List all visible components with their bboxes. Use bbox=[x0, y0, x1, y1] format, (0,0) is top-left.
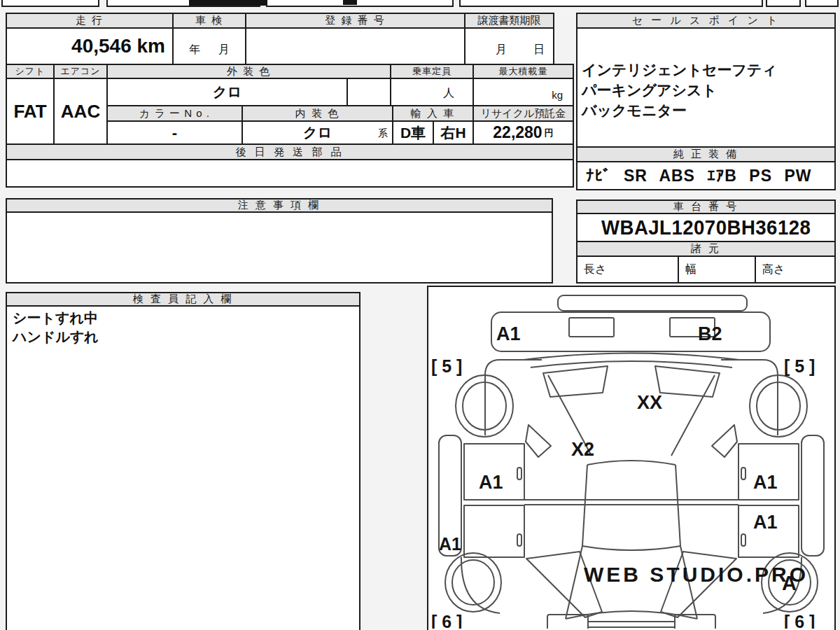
door-rear-left bbox=[464, 505, 524, 557]
mark-rocker-left: A1 bbox=[439, 534, 461, 554]
sales-point-line: バックモニター bbox=[582, 100, 834, 120]
watermark: WEB STUDIO.PRO bbox=[584, 563, 808, 586]
front-fender-left bbox=[485, 360, 542, 435]
cropped-cell bbox=[766, 0, 801, 7]
trunk-right bbox=[675, 615, 715, 629]
mark-cowl: X2 bbox=[571, 439, 594, 460]
interior-color-suffix: 系 bbox=[378, 127, 388, 140]
registration-header: 登 録 番 号 bbox=[245, 13, 465, 29]
front-bumper-strip bbox=[558, 295, 747, 311]
exterior-color-extra bbox=[346, 78, 391, 106]
dimensions-header: 諸 元 bbox=[576, 241, 836, 257]
c-pillar-left bbox=[566, 546, 582, 619]
wiper-panel-left bbox=[543, 366, 608, 397]
cropped-text-fragment bbox=[343, 0, 357, 5]
recycle-unit: 円 bbox=[545, 127, 554, 139]
width-cell: 幅 bbox=[678, 255, 756, 284]
rear-wheel-left bbox=[445, 553, 501, 612]
inspection-header: 車 検 bbox=[172, 13, 246, 29]
roof-front-edge bbox=[587, 461, 676, 465]
sales-point-line: インテリジェントセーフティ bbox=[582, 59, 834, 80]
door-handle bbox=[517, 468, 522, 479]
chassis-header: 車 台 番 号 bbox=[576, 200, 836, 214]
mileage-header: 走 行 bbox=[6, 13, 174, 29]
roof-rear-edge bbox=[582, 546, 680, 550]
windshield-edge-right bbox=[671, 375, 715, 456]
import-type-value: D車 bbox=[392, 120, 434, 145]
cowl-line bbox=[524, 354, 739, 360]
cowl-line bbox=[531, 361, 732, 368]
height-cell: 高さ bbox=[755, 255, 836, 284]
cropped-cell bbox=[459, 0, 763, 7]
mark-tire-front-left: [ 5 ] bbox=[431, 356, 462, 376]
import-header: 輸 入 車 bbox=[392, 105, 474, 122]
recycle-value: 22,280 円 bbox=[472, 120, 574, 145]
equipment-header: 純 正 装 備 bbox=[576, 146, 836, 162]
headlight-left bbox=[569, 318, 614, 337]
door-handle bbox=[517, 534, 522, 546]
inspection-month: 月 bbox=[218, 43, 230, 57]
mark-front-left: A1 bbox=[496, 323, 521, 344]
sales-points-body: インテリジェントセーフティ パーキングアシスト バックモニター bbox=[576, 27, 836, 148]
transfer-month: 月 bbox=[496, 43, 507, 57]
door-handle bbox=[741, 468, 746, 479]
transfer-day: 日 bbox=[533, 43, 545, 57]
inspector-body: シートすれ中 ハンドルすれ bbox=[6, 305, 360, 630]
inspection-value: 年 月 bbox=[172, 27, 246, 65]
cropped-cell bbox=[266, 0, 454, 7]
sales-point-line: パーキングアシスト bbox=[582, 80, 834, 100]
mileage-value: 40,546 km bbox=[6, 27, 174, 65]
rear-wheel-left-inner bbox=[452, 560, 494, 605]
interior-color-text: クロ bbox=[303, 123, 332, 142]
recycle-amount: 22,280 bbox=[493, 123, 542, 142]
aircon-value: AAC bbox=[53, 78, 108, 145]
aircon-header: エアコン bbox=[53, 64, 108, 79]
car-diagram-box: WEB STUDIO.PRO A1 B2 [ 5 ] [ 5 ] XX X2 A… bbox=[427, 286, 836, 630]
rocker-panel-right bbox=[802, 435, 824, 556]
auction-sheet: { "header_row": { "mileage_label": "走 行"… bbox=[0, 0, 840, 630]
mark-tire-rear-right: [ 6 ] bbox=[784, 612, 815, 629]
max-load-value: kg bbox=[472, 78, 574, 106]
cropped-cell bbox=[1, 0, 99, 7]
mark-door-front-left: A1 bbox=[479, 472, 503, 493]
max-load-header: 最大積載量 bbox=[472, 64, 574, 79]
inspection-year: 年 bbox=[189, 43, 200, 57]
wiper-panel-right bbox=[655, 366, 720, 397]
door-handle bbox=[741, 534, 746, 546]
cropped-cell bbox=[805, 0, 839, 7]
later-parts-value bbox=[6, 159, 574, 188]
color-no-value: - bbox=[106, 120, 243, 145]
exterior-color-header: 外 装 色 bbox=[106, 64, 391, 79]
transfer-docs-header: 譲渡書類期限 bbox=[464, 13, 554, 29]
trunk-left bbox=[547, 615, 588, 629]
mirror-right bbox=[712, 425, 737, 457]
mark-front-right: B2 bbox=[698, 323, 722, 344]
mark-wheel-rear-right: A bbox=[782, 572, 797, 594]
shift-header: シフト bbox=[6, 64, 55, 79]
interior-color-header: 内 装 色 bbox=[241, 105, 393, 122]
shift-value: FAT bbox=[6, 78, 55, 145]
mark-door-front-right: A1 bbox=[753, 472, 778, 493]
front-fender-right bbox=[721, 360, 778, 435]
later-parts-header: 後 日 発 送 部 品 bbox=[6, 144, 574, 160]
cropped-text-fragment bbox=[189, 0, 267, 6]
mirror-left bbox=[526, 425, 551, 457]
mark-windshield: XX bbox=[637, 392, 662, 413]
equipment-value: ﾅﾋﾞ SR ABS ｴｱB PS PW bbox=[576, 161, 836, 190]
length-cell: 長さ bbox=[576, 255, 679, 284]
chassis-number-text: WBAJL12070BH36128 bbox=[601, 216, 811, 239]
inspector-header: 検 査 員 記 入 欄 bbox=[6, 292, 360, 307]
recycle-header: リサイクル預託金 bbox=[472, 105, 574, 122]
sales-points-header: セ ー ル ス ポ イ ン ト bbox=[576, 13, 836, 29]
color-no-header: カ ラ ー N o . bbox=[106, 105, 243, 122]
registration-value bbox=[245, 27, 465, 65]
transfer-docs-value: 月 日 bbox=[464, 27, 554, 65]
mark-tire-rear-left: [ 6 ] bbox=[431, 612, 462, 629]
capacity-value: 人 bbox=[390, 78, 474, 106]
notes-header: 注 意 事 項 欄 bbox=[6, 198, 553, 213]
car-diagram: WEB STUDIO.PRO A1 B2 [ 5 ] [ 5 ] XX X2 A… bbox=[428, 287, 834, 629]
interior-color-value: クロ 系 bbox=[241, 120, 393, 145]
notes-value bbox=[6, 211, 553, 284]
capacity-header: 乗車定員 bbox=[390, 64, 474, 79]
inspector-note-line: シートすれ中 bbox=[13, 309, 354, 328]
